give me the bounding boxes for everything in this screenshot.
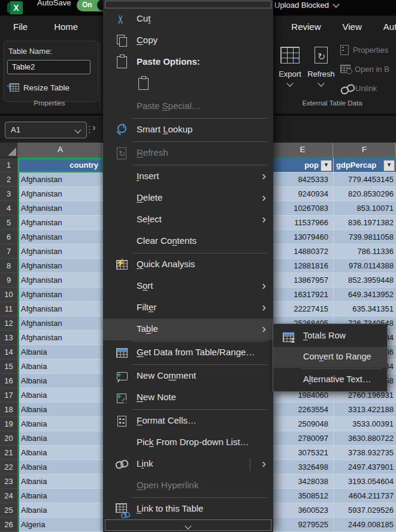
refresh-button[interactable]: Refresh	[307, 42, 335, 87]
cell-A7[interactable]: Afghanistan	[18, 244, 103, 259]
menu-item-link[interactable]: Link›	[103, 454, 273, 475]
name-box[interactable]: A1	[5, 122, 87, 138]
cell-A14[interactable]: Albania	[18, 345, 103, 359]
cell-E26[interactable]: 9279525	[273, 518, 333, 532]
select-all-corner[interactable]	[0, 143, 18, 158]
cell-A18[interactable]: Albania	[18, 403, 103, 417]
column-header-A[interactable]: A	[18, 143, 103, 158]
cell-F10[interactable]: 649.3413952	[333, 288, 396, 302]
cell-A19[interactable]: Albania	[18, 417, 103, 431]
row-header-26[interactable]: 26	[0, 518, 18, 532]
submenu-item-convert-to-range[interactable]: Convert to Range	[273, 347, 387, 368]
cell-E19[interactable]: 2509048	[273, 417, 333, 431]
export-button[interactable]: → Export	[276, 42, 304, 87]
ribbon-tab-file[interactable]: File	[13, 22, 28, 36]
row-header-13[interactable]: 13	[0, 331, 18, 345]
ribbon-tab-home[interactable]: Home	[54, 22, 78, 36]
cell-F22[interactable]: 2497.437901	[333, 460, 396, 474]
menu-item-clear-contents[interactable]: Clear Contents	[103, 231, 273, 252]
row-header-19[interactable]: 19	[0, 417, 18, 431]
menu-item-cut[interactable]: ✂Cut	[103, 8, 273, 30]
cell-F24[interactable]: 4604.211737	[333, 489, 396, 503]
menu-item-delete[interactable]: Delete›	[103, 188, 273, 209]
row-header-2[interactable]: 2	[0, 173, 18, 187]
cell-F6[interactable]: 739.9811058	[333, 230, 396, 244]
cell-A16[interactable]: Albania	[18, 374, 103, 388]
cell-F25[interactable]: 5937.029526	[333, 503, 396, 518]
submenu-item-alternative-text[interactable]: Alternative Text…	[273, 370, 387, 391]
row-header-7[interactable]: 7	[0, 244, 18, 259]
cell-A17[interactable]: Albania	[18, 388, 103, 403]
menu-item-sort[interactable]: Sort›	[103, 276, 273, 297]
cell-A6[interactable]: Afghanistan	[18, 230, 103, 244]
row-header-14[interactable]: 14	[0, 345, 18, 359]
row-header-5[interactable]: 5	[0, 216, 18, 230]
menu-item-smart-lookup[interactable]: iSmart Lookup	[103, 119, 273, 141]
cell-A15[interactable]: Albania	[18, 359, 103, 374]
cell-F1[interactable]: gdpPercap▼	[333, 158, 396, 173]
table-name-input[interactable]: Table2	[7, 60, 90, 74]
cell-A24[interactable]: Albania	[18, 489, 103, 503]
cell-F2[interactable]: 779.4453145	[333, 173, 396, 187]
cell-A26[interactable]: Algeria	[18, 518, 103, 532]
cell-E23[interactable]: 3428038	[273, 474, 333, 489]
row-header-20[interactable]: 20	[0, 431, 18, 446]
column-header-E[interactable]: E	[273, 143, 333, 158]
filter-dropdown-icon[interactable]: ▼	[383, 160, 395, 171]
row-header-3[interactable]: 3	[0, 187, 18, 201]
filter-dropdown-icon[interactable]: ▼	[321, 160, 332, 171]
row-header-17[interactable]: 17	[0, 388, 18, 403]
menu-scroll-up[interactable]	[105, 1, 271, 8]
cell-A12[interactable]: Afghanistan	[18, 316, 103, 331]
cell-A9[interactable]: Afghanistan	[18, 273, 103, 288]
cell-A20[interactable]: Albania	[18, 431, 103, 446]
ribbon-tab-auto[interactable]: Auto	[383, 22, 396, 36]
row-header-18[interactable]: 18	[0, 403, 18, 417]
row-header-1[interactable]: 1	[0, 158, 18, 173]
cell-E22[interactable]: 3326498	[273, 460, 333, 474]
cell-E21[interactable]: 3075321	[273, 446, 333, 460]
cell-E24[interactable]: 3508512	[273, 489, 333, 503]
cell-F7[interactable]: 786.11336	[333, 244, 396, 259]
upload-status[interactable]: Upload Blocked	[274, 1, 338, 10]
menu-item-quick-analysis[interactable]: ⚡Quick Analysis	[103, 254, 273, 276]
resize-table-button[interactable]: Resize Table	[10, 81, 69, 93]
cell-F3[interactable]: 820.8530296	[333, 187, 396, 201]
cell-F9[interactable]: 852.3959448	[333, 273, 396, 288]
row-header-24[interactable]: 24	[0, 489, 18, 503]
cell-A10[interactable]: Afghanistan	[18, 288, 103, 302]
cell-A5[interactable]: Afghanistan	[18, 216, 103, 230]
row-header-10[interactable]: 10	[0, 288, 18, 302]
cell-E25[interactable]: 3600523	[273, 503, 333, 518]
row-header-11[interactable]: 11	[0, 302, 18, 316]
cell-F4[interactable]: 853.10071	[333, 201, 396, 216]
cell-A3[interactable]: Afghanistan	[18, 187, 103, 201]
cell-E9[interactable]: 13867957	[273, 273, 333, 288]
cell-A13[interactable]: Afghanistan	[18, 331, 103, 345]
row-header-6[interactable]: 6	[0, 230, 18, 244]
row-header-21[interactable]: 21	[0, 446, 18, 460]
excel-app-icon[interactable]: X	[10, 1, 23, 14]
row-header-15[interactable]: 15	[0, 359, 18, 374]
cell-E1[interactable]: pop▼	[273, 158, 333, 173]
cell-A4[interactable]: Afghanistan	[18, 201, 103, 216]
row-header-23[interactable]: 23	[0, 474, 18, 489]
menu-item-insert[interactable]: Insert›	[103, 166, 273, 188]
menu-item-new-note[interactable]: +New Note	[103, 387, 273, 409]
cell-F8[interactable]: 978.0114388	[333, 259, 396, 273]
menu-item-filter[interactable]: Filter›	[103, 297, 273, 319]
cell-F19[interactable]: 3533.00391	[333, 417, 396, 431]
submenu-item-totals-row[interactable]: ΣTotals Row	[273, 326, 387, 347]
row-header-16[interactable]: 16	[0, 374, 18, 388]
menu-item-table[interactable]: Table›	[103, 319, 273, 340]
ribbon-tab-review[interactable]: Review	[291, 22, 321, 36]
row-header-22[interactable]: 22	[0, 460, 18, 474]
column-header-F[interactable]: F	[333, 143, 396, 158]
cell-F21[interactable]: 3738.932735	[333, 446, 396, 460]
cell-F26[interactable]: 2449.008185	[333, 518, 396, 532]
row-header-25[interactable]: 25	[0, 503, 18, 518]
menu-item-new-comment[interactable]: +New Comment	[103, 365, 273, 387]
cell-E2[interactable]: 8425333	[273, 173, 333, 187]
row-header-8[interactable]: 8	[0, 259, 18, 273]
cell-A22[interactable]: Albania	[18, 460, 103, 474]
